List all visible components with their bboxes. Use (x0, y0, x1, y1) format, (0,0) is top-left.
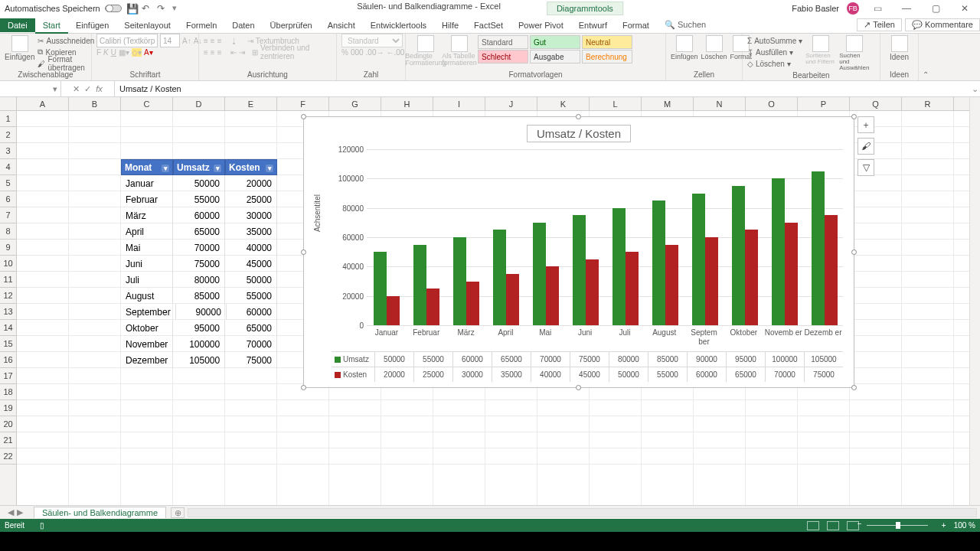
tell-me-search[interactable]: 🔍 Suchen (665, 20, 706, 30)
resize-handle[interactable] (851, 249, 857, 255)
row-header[interactable]: 10 (0, 256, 16, 272)
sheet-tab-active[interactable]: Säulen- und Balkendiagramme (34, 507, 166, 518)
column-header[interactable]: B (69, 97, 121, 110)
row-header[interactable]: 19 (0, 400, 16, 416)
worksheet-grid[interactable]: ABCDEFGHIJKLMNOPQR 123456789101112131415… (0, 97, 980, 505)
font-size-input[interactable] (160, 34, 180, 47)
zoom-slider[interactable] (867, 525, 928, 526)
comments-button[interactable]: 💬 Kommentare (905, 18, 980, 31)
tab-start[interactable]: Start (35, 18, 68, 34)
bar-kosten[interactable] (665, 245, 678, 325)
table-header-monat[interactable]: Monat (121, 159, 173, 175)
fill-button[interactable]: ↧ Ausfüllen ▾ (747, 47, 802, 57)
bar-umsatz[interactable] (732, 186, 745, 325)
bar-umsatz[interactable] (493, 230, 506, 325)
bar-umsatz[interactable] (612, 208, 626, 325)
bar-kosten[interactable] (785, 223, 798, 325)
cell-style-ausgabe[interactable]: Ausgabe (530, 50, 580, 64)
row-header[interactable]: 20 (0, 416, 16, 432)
redo-icon[interactable]: ↷ (157, 3, 168, 14)
chart-filters-button[interactable]: ▽ (858, 159, 874, 176)
row-header[interactable]: 22 (0, 448, 16, 465)
format-painter-button[interactable]: 🖌 Format übertragen (38, 58, 94, 69)
row-header[interactable]: 17 (0, 368, 16, 384)
column-header[interactable]: Q (850, 97, 902, 110)
horizontal-scrollbar[interactable] (188, 508, 977, 517)
table-row[interactable]: Februar5500025000 (121, 191, 277, 207)
autosave-toggle[interactable] (105, 5, 122, 12)
row-header[interactable]: 12 (0, 288, 16, 304)
column-header[interactable]: K (537, 97, 590, 110)
maximize-icon[interactable]: ▢ (925, 3, 946, 14)
select-all-corner[interactable] (0, 97, 17, 111)
bar-kosten[interactable] (466, 282, 479, 326)
table-row[interactable]: April6500035000 (121, 223, 277, 240)
bar-kosten[interactable] (745, 230, 758, 325)
vertical-scrollbar[interactable] (969, 97, 980, 505)
column-header[interactable]: F (277, 97, 329, 110)
row-header[interactable]: 14 (0, 320, 16, 336)
table-row[interactable]: November10000070000 (121, 336, 277, 352)
column-header[interactable]: J (485, 97, 537, 110)
zoom-level[interactable]: 100 % (954, 521, 975, 530)
tab-einfügen[interactable]: Einfügen (68, 18, 116, 32)
tab-format[interactable]: Format (615, 18, 657, 32)
y-axis-title[interactable]: Achsentitel (313, 194, 322, 232)
table-row[interactable]: Juli8000050000 (121, 272, 277, 288)
chart-styles-button[interactable]: 🖌 (858, 138, 874, 155)
resize-handle[interactable] (576, 114, 581, 119)
row-header[interactable]: 4 (0, 159, 16, 175)
tab-daten[interactable]: Daten (224, 18, 262, 32)
enter-formula-icon[interactable]: ✓ (84, 84, 91, 94)
row-header[interactable]: 3 (0, 143, 16, 159)
resize-handle[interactable] (301, 249, 306, 255)
sheet-nav-next-icon[interactable]: ▶ (17, 507, 23, 517)
row-header[interactable]: 1 (0, 111, 16, 127)
filter-icon[interactable] (214, 162, 221, 173)
column-header[interactable]: C (121, 97, 173, 110)
name-box[interactable]: ▾ (0, 81, 61, 96)
chart-object[interactable]: Umsatz / Kosten Achsentitel 020000400006… (303, 116, 854, 388)
row-header[interactable]: 16 (0, 352, 16, 368)
table-row[interactable]: Oktober9500065000 (121, 320, 277, 336)
bar-umsatz[interactable] (772, 178, 785, 325)
cells-insert-button[interactable]: Einfügen (671, 35, 698, 60)
close-icon[interactable]: ✕ (954, 3, 975, 14)
cut-button[interactable]: ✂ Ausschneiden (38, 35, 94, 46)
row-header[interactable]: 5 (0, 175, 16, 191)
format-as-table-button[interactable]: Als Tabelle formatieren (444, 35, 475, 67)
table-header-kosten[interactable]: Kosten (225, 159, 277, 175)
bar-umsatz[interactable] (812, 171, 825, 325)
table-row[interactable]: Juni7500045000 (121, 256, 277, 272)
customize-qat-icon[interactable]: ▾ (172, 3, 183, 14)
bar-umsatz[interactable] (692, 194, 705, 326)
row-header[interactable]: 9 (0, 240, 16, 256)
column-header[interactable]: A (17, 97, 69, 110)
autosum-button[interactable]: Σ AutoSumme ▾ (747, 35, 802, 46)
bar-kosten[interactable] (705, 237, 718, 325)
ribbon-display-icon[interactable]: ▭ (867, 3, 888, 14)
add-sheet-button[interactable]: ⊕ (171, 507, 185, 518)
fx-icon[interactable]: fx (96, 84, 103, 93)
resize-handle[interactable] (851, 114, 857, 119)
tab-power pivot[interactable]: Power Pivot (511, 18, 571, 32)
tab-factset[interactable]: FactSet (466, 18, 511, 32)
row-header[interactable]: 6 (0, 191, 16, 207)
cancel-formula-icon[interactable]: ✕ (73, 84, 80, 94)
table-row[interactable]: Januar5000020000 (121, 175, 277, 191)
bar-umsatz[interactable] (374, 252, 387, 325)
save-icon[interactable]: 💾 (126, 3, 137, 14)
column-header[interactable]: I (433, 97, 485, 110)
tab-überprüfen[interactable]: Überprüfen (263, 18, 320, 32)
chart-elements-button[interactable]: ＋ (858, 116, 874, 133)
row-header[interactable]: 18 (0, 384, 16, 400)
cell-style-schlecht[interactable]: Schlecht (478, 50, 528, 64)
row-header[interactable]: 7 (0, 207, 16, 223)
column-header[interactable]: P (798, 97, 850, 110)
filter-icon[interactable] (162, 162, 169, 173)
bar-umsatz[interactable] (453, 237, 466, 325)
user-name[interactable]: Fabio Basler (792, 4, 839, 13)
column-header[interactable]: D (173, 97, 225, 110)
row-header[interactable]: 15 (0, 336, 16, 352)
bar-umsatz[interactable] (652, 201, 665, 325)
